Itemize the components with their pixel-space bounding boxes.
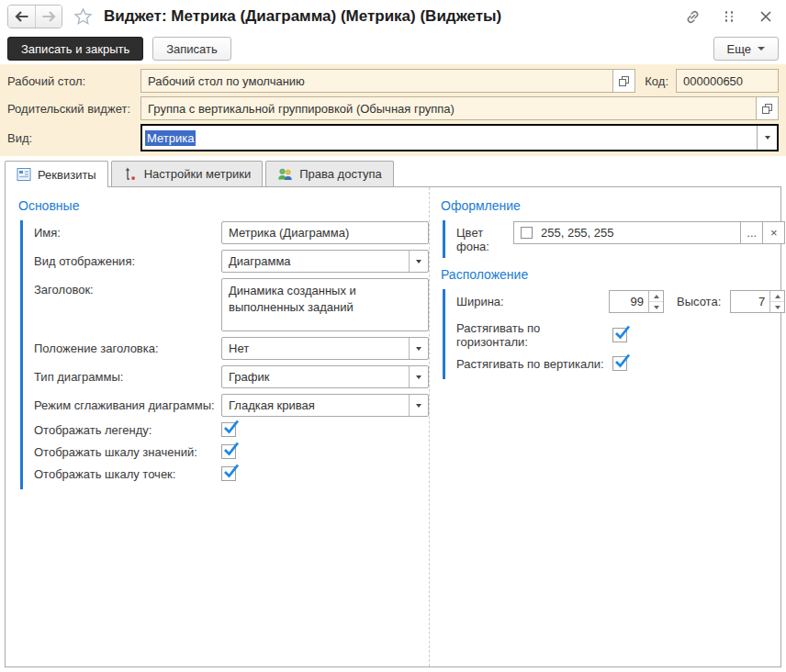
link-icon[interactable] [683, 7, 702, 26]
chevron-down-icon [775, 306, 780, 309]
kind-combobox[interactable]: Метрика [140, 124, 779, 151]
title-bar: Виджет: Метрика (Диаграмма) (Метрика) (В… [0, 0, 786, 33]
kind-label: Вид: [7, 131, 140, 145]
users-icon [277, 167, 293, 182]
back-button[interactable] [8, 6, 35, 28]
chevron-up-icon [654, 295, 659, 298]
bg-color-clear-button[interactable]: × [762, 221, 785, 244]
show-point-scale-label: Отображать шкалу точек: [34, 467, 221, 481]
show-value-scale-checkbox[interactable] [221, 444, 236, 459]
kind-dropdown-button[interactable] [757, 126, 777, 150]
checkmark-icon [222, 419, 240, 439]
name-input[interactable]: Метрика (Диаграмма) [221, 221, 429, 244]
smoothing-label: Режим сглаживания диаграммы: [34, 394, 221, 412]
appearance-group-heading: Оформление [441, 198, 785, 213]
title-textarea[interactable]: Динамика созданных и выполненных заданий [221, 278, 429, 331]
forward-icon [41, 11, 56, 22]
favorite-star-icon[interactable] [73, 7, 93, 27]
width-stepper[interactable]: 99 [609, 290, 664, 313]
layout-group-body: Ширина: 99 Высота: 7 [443, 289, 785, 379]
color-swatch [521, 227, 533, 239]
checkmark-icon [222, 441, 240, 461]
show-legend-label: Отображать легенду: [34, 423, 221, 437]
chevron-down-icon [765, 136, 770, 140]
chart-type-combobox[interactable]: График [221, 365, 429, 388]
desktop-label: Рабочий стол: [7, 74, 140, 88]
open-window-icon [618, 75, 630, 87]
tab-prava-dostupa[interactable]: Права доступа [265, 161, 394, 186]
chevron-down-icon [654, 306, 659, 309]
title-label: Заголовок: [34, 278, 221, 297]
checkmark-icon [613, 324, 631, 344]
width-increment-button[interactable] [649, 291, 663, 302]
smoothing-combobox[interactable]: Гладкая кривая [221, 394, 429, 417]
tab-nastroyki-metriki[interactable]: Настройки метрики [111, 161, 264, 186]
form-structure-icon [17, 167, 31, 182]
bg-color-value: 255, 255, 255 [541, 226, 614, 240]
appearance-group-body: Цвет фона: 255, 255, 255 ... × [443, 220, 785, 258]
height-label: Высота: [677, 290, 721, 308]
more-button[interactable]: Еще [713, 37, 779, 61]
tab-content-panel: Основные Имя: Метрика (Диаграмма) Вид от… [5, 186, 781, 667]
parent-widget-open-button[interactable] [756, 96, 779, 120]
smoothing-dropdown-button[interactable] [409, 395, 428, 416]
height-decrement-button[interactable] [770, 302, 784, 312]
width-value: 99 [610, 291, 648, 312]
parent-widget-field[interactable]: Группа с вертикальной группировкой (Обыч… [140, 96, 757, 120]
save-button[interactable]: Записать [152, 37, 231, 61]
parent-widget-label: Родительский виджет: [7, 102, 140, 116]
chevron-up-icon [775, 295, 780, 298]
height-stepper[interactable]: 7 [730, 290, 785, 313]
display-kind-dropdown-button[interactable] [409, 251, 428, 272]
more-dots-icon[interactable] [720, 7, 738, 26]
stretch-horizontal-label: Растягивать по горизонтали: [456, 321, 612, 349]
display-kind-combobox[interactable]: Диаграмма [221, 250, 429, 273]
checkmark-icon [222, 463, 240, 483]
display-kind-label: Вид отображения: [34, 250, 221, 268]
tab-bar: Реквизиты Настройки метрики Права доступ… [0, 161, 786, 186]
stretch-horizontal-checkbox[interactable] [612, 328, 627, 342]
chart-type-dropdown-button[interactable] [409, 366, 428, 387]
chart-type-label: Тип диаграммы: [34, 365, 221, 384]
desktop-open-button[interactable] [612, 69, 635, 93]
checkmark-icon [613, 353, 631, 373]
show-value-scale-label: Отображать шкалу значений: [34, 445, 221, 459]
height-increment-button[interactable] [770, 291, 784, 302]
open-window-icon [761, 103, 773, 115]
height-value: 7 [731, 291, 769, 312]
save-close-button[interactable]: Записать и закрыть [7, 37, 143, 61]
desktop-field[interactable]: Рабочий стол по умолчанию [140, 69, 613, 93]
chevron-down-icon [758, 47, 765, 50]
axis-icon [123, 167, 138, 182]
code-label: Код: [645, 74, 668, 88]
stretch-vertical-checkbox[interactable] [612, 356, 627, 371]
title-position-combobox[interactable]: Нет [221, 337, 429, 360]
stretch-vertical-label: Растягивать по вертикали: [456, 357, 612, 371]
show-point-scale-checkbox[interactable] [221, 466, 236, 481]
code-field[interactable]: 000000650 [676, 69, 779, 93]
forward-button[interactable] [35, 6, 62, 28]
header-panel: Рабочий стол: Рабочий стол по умолчанию … [0, 64, 786, 156]
width-label: Ширина: [456, 290, 609, 308]
title-position-label: Положение заголовка: [34, 337, 221, 355]
chevron-down-icon [416, 347, 421, 351]
main-group-body: Имя: Метрика (Диаграмма) Вид отображения… [20, 220, 429, 489]
show-legend-checkbox[interactable] [221, 422, 236, 437]
chevron-down-icon [416, 404, 421, 408]
bg-color-field[interactable]: 255, 255, 255 [513, 221, 741, 244]
tab-rekvizity[interactable]: Реквизиты [5, 161, 108, 187]
bg-color-label: Цвет фона: [456, 221, 513, 253]
title-position-dropdown-button[interactable] [409, 338, 428, 359]
width-decrement-button[interactable] [649, 302, 663, 312]
name-label: Имя: [34, 221, 221, 240]
page-title: Виджет: Метрика (Диаграмма) (Метрика) (В… [104, 7, 501, 26]
back-icon [15, 11, 29, 22]
nav-history-group [7, 5, 62, 28]
main-group-heading: Основные [18, 198, 429, 213]
command-bar: Записать и закрыть Записать Еще [0, 33, 786, 64]
close-icon[interactable] [757, 7, 775, 26]
main-group-column: Основные Имя: Метрика (Диаграмма) Вид от… [6, 187, 430, 666]
kind-selected-text: Метрика [145, 130, 196, 146]
layout-group-heading: Расположение [441, 267, 785, 282]
bg-color-picker-button[interactable]: ... [740, 221, 763, 244]
